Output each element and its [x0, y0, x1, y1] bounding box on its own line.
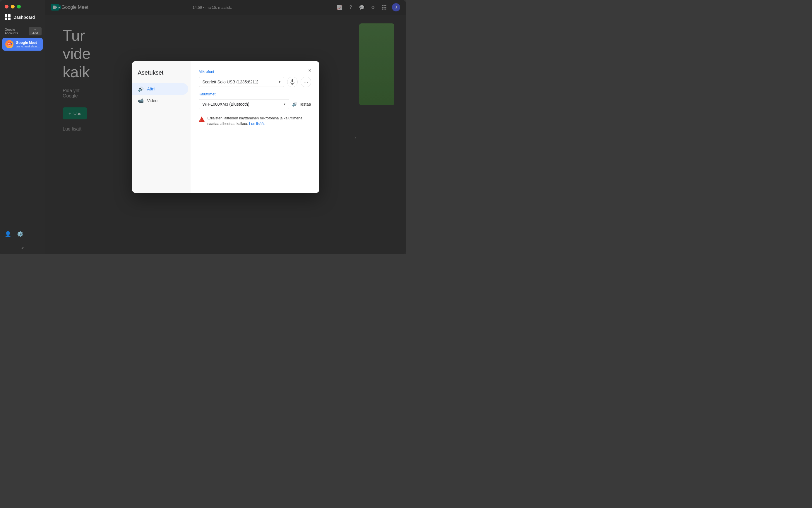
modal-close-button[interactable]: × [305, 66, 315, 75]
speaker-section: Kaiuttimet WH-1000XM3 (Bluetooth) ▾ 🔊 Te… [199, 92, 311, 130]
microphone-selector-row: Scarlett Solo USB (1235:8211) ▾ ⋯ [199, 77, 311, 87]
main-content: Google Meet 14.59 • ma 15. maalisk. 📈 ? … [45, 0, 406, 254]
dashboard-label: Dashboard [13, 15, 35, 19]
account-email: janne.jaaskelainen@myrsky.net [16, 45, 40, 48]
nav-item-video[interactable]: 📹 Video [132, 95, 188, 107]
sidebar: Dashboard Google Accounts + Add 🎯 Google… [0, 0, 45, 254]
account-item-google-meet[interactable]: 🎯 Google Meet janne.jaaskelainen@myrsky.… [2, 38, 43, 51]
speaker-test-icon: 🔊 [292, 102, 297, 107]
account-avatar: 🎯 [5, 40, 13, 48]
svg-rect-2 [291, 79, 293, 82]
microphone-chevron-icon: ▾ [279, 80, 280, 84]
close-traffic-light[interactable] [5, 5, 8, 8]
modal-right-panel: × Mikrofoni Scarlett Solo USB (1235:8211… [191, 61, 319, 193]
microphone-selector[interactable]: Scarlett Solo USB (1235:8211) ▾ [199, 77, 284, 87]
account-name: Google Meet [16, 41, 40, 45]
speaker-test-button[interactable]: 🔊 Testaa [292, 102, 311, 107]
warning-link[interactable]: Lue lisää. [249, 122, 265, 126]
warning-triangle-icon [199, 116, 205, 122]
microphone-test-icon[interactable] [287, 77, 298, 87]
microphone-device-text: Scarlett Solo USB (1235:8211) [203, 80, 258, 84]
account-info: Google Meet janne.jaaskelainen@myrsky.ne… [16, 41, 40, 48]
user-icon[interactable]: 👤 [5, 231, 11, 237]
google-accounts-header: Google Accounts + Add [0, 27, 45, 38]
traffic-lights [0, 0, 45, 12]
modal-overlay[interactable]: Asetukset 🔊 Ääni 📹 Video × Mikrofoni [45, 0, 406, 254]
sidebar-dashboard[interactable]: Dashboard [0, 12, 45, 23]
nav-audio-label: Ääni [147, 87, 155, 91]
sidebar-collapse-button[interactable]: < [0, 242, 45, 254]
sidebar-bottom: 👤 ⚙️ [0, 226, 45, 242]
speaker-device-text: WH-1000XM3 (Bluetooth) [203, 102, 249, 107]
nav-item-audio[interactable]: 🔊 Ääni [132, 83, 188, 95]
app-window: Dashboard Google Accounts + Add 🎯 Google… [0, 0, 406, 254]
speaker-selector[interactable]: WH-1000XM3 (Bluetooth) ▾ [199, 99, 289, 109]
speaker-section-title: Kaiuttimet [199, 92, 311, 96]
modal-title: Asetukset [132, 69, 191, 83]
maximize-traffic-light[interactable] [17, 5, 21, 8]
google-accounts-label: Google Accounts [5, 28, 29, 35]
modal-left-panel: Asetukset 🔊 Ääni 📹 Video [132, 61, 191, 193]
settings-modal: Asetukset 🔊 Ääni 📹 Video × Mikrofoni [132, 61, 319, 193]
microphone-more-icon[interactable]: ⋯ [300, 77, 311, 87]
nav-video-label: Video [147, 98, 158, 103]
dashboard-icon [5, 14, 10, 20]
audio-nav-icon: 🔊 [138, 86, 144, 92]
video-nav-icon: 📹 [138, 98, 144, 103]
speaker-selector-row: WH-1000XM3 (Bluetooth) ▾ 🔊 Testaa [199, 99, 311, 109]
microphone-section-title: Mikrofoni [199, 69, 311, 74]
add-account-button[interactable]: + Add [29, 27, 42, 35]
warning-text: Erilaisten laitteiden käyttäminen mikrof… [207, 116, 311, 127]
minimize-traffic-light[interactable] [11, 5, 15, 8]
speaker-chevron-icon: ▾ [284, 102, 285, 106]
warning-box: Erilaisten laitteiden käyttäminen mikrof… [199, 113, 311, 130]
settings-sidebar-icon[interactable]: ⚙️ [17, 231, 24, 237]
